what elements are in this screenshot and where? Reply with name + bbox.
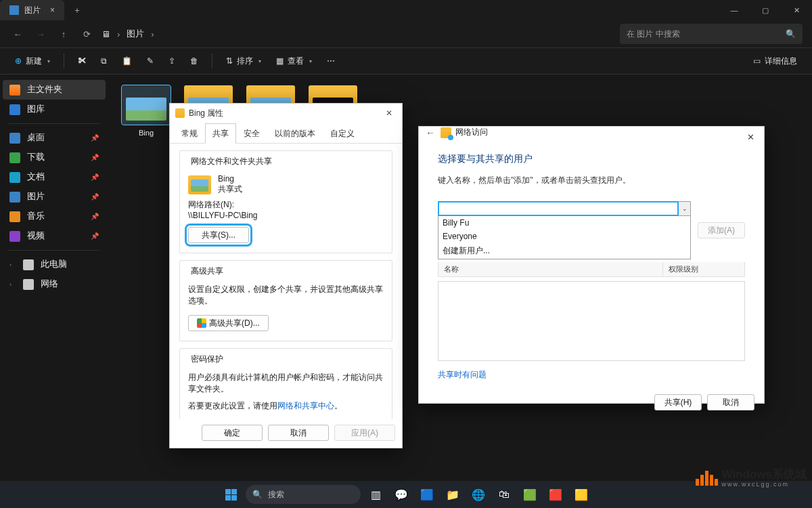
user-option-create[interactable]: 创建新用户... bbox=[438, 243, 690, 259]
group-password-protect: 密码保护 用户必须具有此计算机的用户帐户和密码，才能访问共享文件夹。 若要更改此… bbox=[179, 348, 392, 419]
dialog-heading: 选择要与其共享的用户 bbox=[438, 153, 745, 165]
dialog-titlebar[interactable]: Bing 属性 ✕ bbox=[170, 104, 402, 123]
back-button[interactable]: ← bbox=[9, 26, 26, 42]
delete-button[interactable]: 🗑 bbox=[185, 51, 204, 70]
tab-pictures[interactable]: 图片 × bbox=[0, 0, 64, 20]
close-tab-button[interactable]: × bbox=[50, 5, 55, 15]
breadcrumb-sep-icon: › bbox=[151, 29, 154, 39]
new-button[interactable]: ⊕新建▾ bbox=[9, 51, 55, 70]
cancel-button[interactable]: 取消 bbox=[707, 394, 754, 410]
properties-dialog: Bing 属性 ✕ 常规 共享 安全 以前的版本 自定义 网络文件和文件夹共享 … bbox=[169, 103, 403, 448]
download-icon bbox=[9, 152, 20, 163]
sidebar-item-home[interactable]: 主文件夹 bbox=[3, 80, 106, 100]
add-button[interactable]: 添加(A) bbox=[698, 222, 745, 238]
view-button[interactable]: ▦查看▾ bbox=[271, 51, 317, 70]
network-sharing-center-link[interactable]: 网络和共享中心 bbox=[277, 401, 334, 410]
col-permission[interactable]: 权限级别 bbox=[663, 262, 744, 276]
this-pc-icon bbox=[23, 259, 34, 270]
pin-icon: 📌 bbox=[91, 154, 99, 161]
sort-button[interactable]: ⇅排序▾ bbox=[221, 51, 267, 70]
pwd-desc-2: 若要更改此设置，请使用网络和共享中心。 bbox=[188, 400, 384, 412]
breadcrumb-folder[interactable]: 图片 bbox=[127, 28, 144, 40]
share-folder-icon bbox=[441, 127, 451, 138]
user-list-box[interactable] bbox=[438, 281, 745, 361]
user-name-input[interactable] bbox=[438, 201, 679, 216]
sidebar-item-videos[interactable]: 视频📌 bbox=[3, 226, 106, 246]
sidebar-item-gallery[interactable]: 图库 bbox=[3, 100, 106, 119]
gallery-icon bbox=[9, 104, 20, 115]
pwd-desc-1: 用户必须具有此计算机的用户帐户和密码，才能访问共享文件夹。 bbox=[188, 372, 384, 395]
advanced-share-button[interactable]: 高级共享(D)... bbox=[188, 315, 269, 331]
share-button[interactable]: ⇪ bbox=[163, 51, 181, 70]
documents-icon bbox=[9, 172, 20, 183]
dropdown-icon[interactable]: ⌄ bbox=[679, 201, 691, 216]
videos-icon bbox=[9, 231, 20, 242]
col-name[interactable]: 名称 bbox=[438, 262, 663, 276]
sidebar-item-pictures[interactable]: 图片📌 bbox=[3, 187, 106, 207]
forward-button[interactable]: → bbox=[32, 26, 49, 42]
more-button[interactable]: ⋯ bbox=[321, 51, 340, 70]
up-button[interactable]: ↑ bbox=[55, 26, 72, 42]
copy-button[interactable]: ⧉ bbox=[95, 51, 112, 70]
folder-icon bbox=[175, 108, 185, 118]
taskbar-app[interactable]: 💬 bbox=[390, 484, 412, 505]
search-input[interactable]: 在 图片 中搜索 🔍 bbox=[620, 24, 803, 44]
user-option[interactable]: Billy Fu bbox=[438, 216, 690, 230]
taskbar-app[interactable]: 🟩 bbox=[519, 484, 541, 505]
chevron-right-icon: › bbox=[9, 261, 16, 268]
tab-general[interactable]: 常规 bbox=[174, 123, 205, 144]
sidebar-item-downloads[interactable]: 下载📌 bbox=[3, 148, 106, 167]
user-option[interactable]: Everyone bbox=[438, 230, 690, 243]
paste-button[interactable]: 📋 bbox=[116, 51, 137, 70]
search-icon: 🔍 bbox=[786, 29, 796, 39]
cancel-button[interactable]: 取消 bbox=[268, 425, 329, 441]
start-button[interactable] bbox=[220, 484, 242, 505]
nav-sidebar: 主文件夹 图库 桌面📌 下载📌 文档📌 图片📌 音乐📌 视频📌 ›此电脑 ›网络 bbox=[0, 75, 108, 492]
taskbar-app[interactable]: 🟦 bbox=[416, 484, 438, 505]
pin-icon: 📌 bbox=[91, 232, 99, 240]
properties-tabs: 常规 共享 安全 以前的版本 自定义 bbox=[170, 123, 402, 144]
taskbar-app-explorer[interactable]: 📁 bbox=[442, 484, 464, 505]
details-pane-button[interactable]: ▭详细信息 bbox=[748, 51, 803, 70]
taskbar-app-edge[interactable]: 🌐 bbox=[468, 484, 489, 505]
taskbar-app[interactable]: 🟨 bbox=[570, 484, 592, 505]
minimize-button[interactable]: — bbox=[719, 0, 750, 20]
search-icon: 🔍 bbox=[252, 490, 263, 499]
dialog-titlebar[interactable]: ← 网络访问 bbox=[419, 127, 764, 138]
share-button[interactable]: 共享(S)... bbox=[188, 227, 249, 243]
close-icon[interactable]: ✕ bbox=[743, 131, 759, 144]
maximize-button[interactable]: ▢ bbox=[750, 0, 781, 20]
tab-customize[interactable]: 自定义 bbox=[323, 123, 362, 144]
taskbar-app[interactable]: 🟥 bbox=[545, 484, 566, 505]
close-window-button[interactable]: ✕ bbox=[781, 0, 812, 20]
network-path[interactable]: \\BILLYFU-PC\Bing bbox=[188, 211, 384, 220]
dialog-body: 网络文件和文件夹共享 Bing 共享式 网络路径(N): \\BILLYFU-P… bbox=[170, 144, 402, 419]
sidebar-item-music[interactable]: 音乐📌 bbox=[3, 207, 106, 226]
taskbar: 🔍搜索 ▥ 💬 🟦 📁 🌐 🛍 🟩 🟥 🟨 bbox=[0, 481, 812, 508]
sidebar-item-this-pc[interactable]: ›此电脑 bbox=[3, 255, 106, 274]
task-view-button[interactable]: ▥ bbox=[365, 484, 386, 505]
sidebar-item-documents[interactable]: 文档📌 bbox=[3, 167, 106, 187]
dialog-title: 网络访问 bbox=[455, 127, 488, 138]
folder-item[interactable]: Bing bbox=[122, 85, 171, 137]
sharing-trouble-link[interactable]: 共享时有问题 bbox=[438, 370, 487, 379]
share-submit-button[interactable]: 共享(H) bbox=[654, 394, 702, 410]
breadcrumb[interactable]: 🖥 › 图片 › bbox=[102, 28, 613, 40]
window-tab-strip: 图片 × ＋ — ▢ ✕ bbox=[0, 0, 812, 20]
rename-button[interactable]: ✎ bbox=[141, 51, 159, 70]
tab-sharing[interactable]: 共享 bbox=[205, 123, 236, 144]
apply-button[interactable]: 应用(A) bbox=[334, 425, 395, 441]
close-icon[interactable]: ✕ bbox=[382, 108, 397, 118]
refresh-button[interactable]: ⟳ bbox=[78, 26, 95, 42]
tab-security[interactable]: 安全 bbox=[236, 123, 267, 144]
ok-button[interactable]: 确定 bbox=[202, 425, 263, 441]
sidebar-item-network[interactable]: ›网络 bbox=[3, 274, 106, 294]
tab-prev-versions[interactable]: 以前的版本 bbox=[267, 123, 323, 144]
share-status: 共享式 bbox=[218, 184, 242, 195]
sidebar-item-desktop[interactable]: 桌面📌 bbox=[3, 128, 106, 148]
taskbar-app-store[interactable]: 🛍 bbox=[493, 484, 515, 505]
new-tab-button[interactable]: ＋ bbox=[67, 0, 87, 20]
cut-button[interactable]: ✀ bbox=[72, 51, 91, 70]
taskbar-search[interactable]: 🔍搜索 bbox=[246, 485, 361, 504]
back-icon[interactable]: ← bbox=[426, 127, 435, 138]
